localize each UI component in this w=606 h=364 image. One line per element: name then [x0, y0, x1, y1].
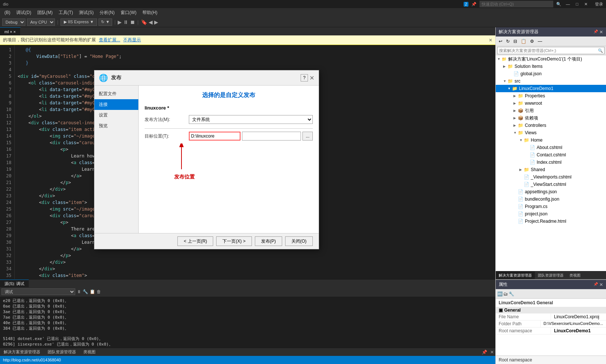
bottom-panel-close[interactable]: ✕	[489, 350, 495, 355]
tree-project-json[interactable]: 📄 project.json	[496, 210, 606, 218]
notification-link-extensions[interactable]: 查看扩展...	[99, 37, 120, 43]
se-prop-btn[interactable]: 📋	[519, 38, 528, 45]
maximize-btn[interactable]: □	[574, 2, 580, 6]
dialog-nav-settings[interactable]: 设置	[94, 110, 138, 121]
close-btn[interactable]: ✕	[583, 2, 589, 7]
menu-item-b[interactable]: (B)	[1, 9, 13, 16]
se-collapse-btn[interactable]: ⊟	[512, 38, 519, 45]
dialog-method-select[interactable]: 文件系统	[189, 115, 313, 124]
se-sync-btn[interactable]: ↩	[497, 38, 504, 45]
config-select[interactable]: Debug	[2, 18, 25, 26]
notification-text: 的项目，我们已识别出这些可能对你有用的扩展	[3, 37, 96, 43]
bottom-icon-1: ⏸	[77, 289, 81, 294]
tree-global-json[interactable]: 📄 global.json	[496, 70, 606, 77]
prop-row-folder: Folder Path D:\VSexercise\LinuxCoreDemo.…	[496, 320, 606, 327]
menu-item-analyze[interactable]: 分析(N)	[97, 9, 118, 17]
shared-label: Shared	[531, 167, 545, 172]
menu-item-team[interactable]: 团队(M)	[34, 9, 56, 17]
tree-shared[interactable]: ▶ 📁 Shared	[496, 166, 606, 173]
menu-item-test[interactable]: 测试(S)	[76, 9, 97, 17]
menu-item-debug[interactable]: 调试(D)	[13, 9, 34, 17]
toolbar-icon-3: ⏹	[130, 19, 135, 25]
se-settings-btn[interactable]: ⚙	[529, 38, 536, 45]
tab-solution-explorer[interactable]: 解决方案资源管理器	[496, 271, 535, 280]
bottom-tab-debug[interactable]: 源(S): 调试	[0, 280, 29, 288]
tree-bundleconfig[interactable]: 📄 bundleconfig.json	[496, 195, 606, 203]
tree-references[interactable]: ▶ 📦 引用	[496, 107, 606, 114]
run-btn[interactable]: ▶ IIS Express ▼	[60, 18, 97, 26]
bottom-log-content[interactable]: e20 已退出，返回值为 0 (0x0)。 0ae 已退出，返回值为 0 (0x…	[0, 296, 495, 348]
tree-views[interactable]: ▼ 📁 Views	[496, 129, 606, 136]
tree-home[interactable]: ▼ 📁 Home	[496, 136, 606, 144]
tree-root[interactable]: ▼ 📁 解决方案'LinuxCoreDemo1'(1 个项目)	[496, 55, 606, 63]
notification-link-dismiss[interactable]: 不再显示	[123, 37, 141, 43]
tree-wwwroot[interactable]: ▶ 📁 wwwroot	[496, 100, 606, 107]
tree-appsettings[interactable]: 📄 appsettings.json	[496, 188, 606, 195]
menu-item-window[interactable]: 窗口(W)	[118, 9, 139, 17]
project-toggle: ▼	[508, 87, 512, 90]
refresh-btn[interactable]: ↻ ▼	[98, 18, 112, 26]
prop-cat-btn[interactable]: 🗂	[503, 291, 508, 297]
tree-controllers[interactable]: ▶ 📁 Controllers	[496, 122, 606, 129]
dialog-next-btn[interactable]: 下一页(X) >	[216, 236, 252, 246]
properties-panel: 属性 📌 ✕ 🔤 🗂 🔧 LinuxCoreDemo1 General ▣ Ge…	[496, 279, 606, 364]
prop-close-icon[interactable]: ✕	[599, 282, 603, 287]
prop-pin-icon[interactable]: 📌	[593, 282, 598, 287]
tree-properties[interactable]: ▶ 📁 Properties	[496, 92, 606, 100]
prop-sort-btn[interactable]: 🔤	[497, 291, 503, 297]
dialog-publish-btn[interactable]: 发布(P)	[255, 236, 282, 246]
se-pin-icon[interactable]: 📌	[593, 30, 598, 35]
notification-close-btn[interactable]: ✕	[489, 38, 492, 43]
tree-solution-items[interactable]: ▶ 📁 Solution Items	[496, 63, 606, 70]
dialog-prev-btn[interactable]: < 上一页(R)	[177, 236, 213, 246]
editor-tab-active[interactable]: ml × ×	[0, 27, 21, 35]
dialog-nav-connect[interactable]: 连接	[94, 99, 138, 110]
prop-root-namespace-label: Root namespace	[496, 356, 606, 364]
solution-search-input[interactable]	[497, 47, 605, 54]
tree-contact-cshtml[interactable]: 📄 Contact.cshtml	[496, 151, 606, 159]
prop-wrench-btn[interactable]: 🔧	[509, 291, 514, 297]
tree-src[interactable]: ▼ 📁 src	[496, 77, 606, 85]
dialog-target-input[interactable]	[189, 132, 240, 141]
minimize-btn[interactable]: —	[564, 2, 571, 6]
bottom-source-select[interactable]: 调试	[1, 288, 75, 295]
tab-team-resources[interactable]: 团队资源管理器	[535, 272, 567, 279]
dialog-target-input2[interactable]	[242, 132, 301, 141]
dialog-close-btn[interactable]: ✕	[309, 74, 314, 82]
quick-search-input[interactable]	[479, 1, 553, 7]
dialog-help-btn[interactable]: ?	[301, 74, 308, 82]
tab-class-view-right[interactable]: 类视图	[567, 272, 584, 279]
menu-item-help[interactable]: 帮助(H)	[139, 9, 160, 17]
platform-select[interactable]: Any CPU	[27, 18, 55, 26]
se-refresh-btn[interactable]: ↻	[505, 38, 511, 45]
tree-view[interactable]: ▼ 📁 解决方案'LinuxCoreDemo1'(1 个项目) ▶ 📁 Solu…	[496, 55, 606, 271]
tab-class-view[interactable]: 类视图	[80, 348, 99, 356]
dialog[interactable]: 🌐 发布 ? ✕ 配置文件 连接 设置 预览 选择的是自定义发布 linuxco…	[94, 70, 319, 249]
dialog-browse-btn[interactable]: ...	[302, 132, 313, 141]
menu-item-tools[interactable]: 工具(T)	[56, 9, 76, 17]
tree-viewstart[interactable]: 📄 _ViewStart.cshtml	[496, 181, 606, 188]
tree-viewimports[interactable]: 📄 _ViewImports.cshtml	[496, 173, 606, 181]
tab-team-explorer[interactable]: 团队资源管理器	[44, 348, 80, 356]
dialog-cancel-btn[interactable]: 关闭(O)	[285, 236, 313, 246]
tab-solution-explorer-bottom[interactable]: 解决方案资源管理器	[0, 348, 44, 356]
se-minimize-btn[interactable]: —	[536, 38, 544, 45]
se-close-icon[interactable]: ✕	[599, 30, 603, 35]
properties-toolbar: 🔤 🗂 🔧	[496, 289, 606, 299]
dialog-nav-config[interactable]: 配置文件	[94, 89, 138, 99]
tree-dependencies[interactable]: ▶ 📦 依赖项	[496, 114, 606, 122]
tree-program-cs[interactable]: 📄 Program.cs	[496, 203, 606, 210]
solution-explorer-toolbar: ↩ ↻ ⊟ 📋 ⚙ —	[496, 37, 606, 46]
login-label[interactable]: 登录	[595, 1, 603, 7]
dialog-profile-label: linuxcore *	[145, 105, 313, 111]
footer-url: http://blog.csdn.net/u014368040	[3, 358, 61, 362]
dialog-nav-preview[interactable]: 预览	[94, 121, 138, 131]
tree-readme[interactable]: 📄 Project.Readme.html	[496, 218, 606, 225]
tree-about-cshtml[interactable]: 📄 About.cshtml	[496, 144, 606, 151]
log-line: 7ae 已退出，返回值为 0 (0x0)。	[3, 315, 492, 320]
tree-project[interactable]: ▼ 📁 LinuxCoreDemo1	[496, 85, 606, 92]
bottom-panel-pin[interactable]: 📌	[480, 350, 489, 355]
dialog-annotation-text: 发布位置	[174, 174, 195, 180]
status-bar: http://blog.csdn.net/u014368040	[0, 356, 495, 364]
tree-index-cshtml[interactable]: 📄 Index.cshtml	[496, 159, 606, 166]
